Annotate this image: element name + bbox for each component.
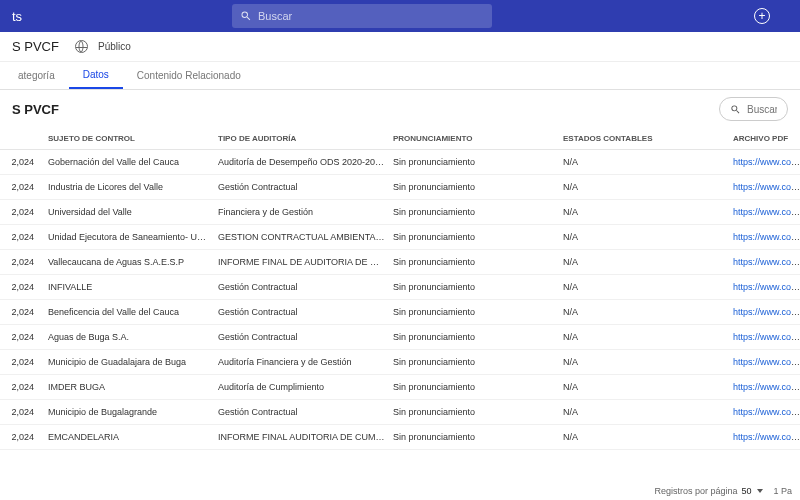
chevron-down-icon[interactable] [757, 489, 763, 493]
page-header: S PVCF Público [0, 32, 800, 62]
cell-sujeto: Gobernación del Valle del Cauca [44, 150, 214, 175]
cell-pron: Sin pronunciamiento [389, 400, 559, 425]
per-page-label: Registros por página [654, 486, 737, 496]
per-page-value[interactable]: 50 [741, 486, 751, 496]
cell-year: 2,024 [0, 150, 44, 175]
cell-est: N/A [559, 250, 729, 275]
tab-data[interactable]: Datos [69, 62, 123, 89]
cell-sujeto: Municipio de Guadalajara de Buga [44, 350, 214, 375]
pdf-link[interactable]: https://www.contra [733, 257, 800, 267]
cell-tipo: Gestión Contractual [214, 325, 389, 350]
cell-pron: Sin pronunciamiento [389, 275, 559, 300]
pdf-link[interactable]: https://www.contra [733, 207, 800, 217]
cell-tipo: Auditoría de Cumplimiento [214, 375, 389, 400]
pdf-link[interactable]: https://www.contra [733, 432, 800, 442]
globe-icon [75, 40, 88, 53]
table-row[interactable]: 2,024EMCANDELARIAINFORME FINAL AUDITORIA… [0, 425, 800, 450]
cell-tipo: INFORME FINAL DE AUDITORIA DE CUMPLIMIEN… [214, 250, 389, 275]
col-year[interactable] [0, 128, 44, 150]
search-icon [730, 104, 741, 115]
pdf-link[interactable]: https://www.contra [733, 407, 800, 417]
cell-est: N/A [559, 150, 729, 175]
table-row[interactable]: 2,024IMDER BUGAAuditoría de Cumplimiento… [0, 375, 800, 400]
cell-year: 2,024 [0, 325, 44, 350]
cell-sujeto: IMDER BUGA [44, 375, 214, 400]
cell-pdf: https://www.contra [729, 225, 800, 250]
add-button[interactable]: + [754, 8, 770, 24]
cell-pron: Sin pronunciamiento [389, 200, 559, 225]
app-topbar: ts + [0, 0, 800, 32]
table-row[interactable]: 2,024Unidad Ejecutora de Saneamiento- UE… [0, 225, 800, 250]
cell-year: 2,024 [0, 425, 44, 450]
cell-year: 2,024 [0, 375, 44, 400]
cell-pdf: https://www.contra [729, 325, 800, 350]
table-row[interactable]: 2,024INFIVALLEGestión ContractualSin pro… [0, 275, 800, 300]
cell-year: 2,024 [0, 275, 44, 300]
cell-pdf: https://www.contra [729, 175, 800, 200]
cell-pron: Sin pronunciamiento [389, 425, 559, 450]
cell-est: N/A [559, 200, 729, 225]
data-table: SUJETO DE CONTROL TIPO DE AUDITORÍA PRON… [0, 128, 800, 450]
cell-pdf: https://www.contra [729, 425, 800, 450]
table-row[interactable]: 2,024Gobernación del Valle del CaucaAudi… [0, 150, 800, 175]
cell-pdf: https://www.contra [729, 300, 800, 325]
tab-category[interactable]: ategoría [4, 62, 69, 89]
pdf-link[interactable]: https://www.contra [733, 382, 800, 392]
cell-pron: Sin pronunciamiento [389, 225, 559, 250]
table-row[interactable]: 2,024Industria de Licores del ValleGesti… [0, 175, 800, 200]
cell-pdf: https://www.contra [729, 350, 800, 375]
cell-est: N/A [559, 175, 729, 200]
global-search[interactable] [232, 4, 492, 28]
cell-year: 2,024 [0, 225, 44, 250]
cell-est: N/A [559, 225, 729, 250]
cell-sujeto: Industria de Licores del Valle [44, 175, 214, 200]
table-row[interactable]: 2,024Beneficencia del Valle del CaucaGes… [0, 300, 800, 325]
cell-sujeto: Municipio de Bugalagrande [44, 400, 214, 425]
search-icon [240, 10, 252, 22]
global-search-input[interactable] [258, 10, 484, 22]
cell-tipo: Gestión Contractual [214, 175, 389, 200]
col-tipo[interactable]: TIPO DE AUDITORÍA [214, 128, 389, 150]
cell-pron: Sin pronunciamiento [389, 325, 559, 350]
pdf-link[interactable]: https://www.contra [733, 182, 800, 192]
cell-pron: Sin pronunciamiento [389, 375, 559, 400]
cell-pdf: https://www.contra [729, 250, 800, 275]
pdf-link[interactable]: https://www.contra [733, 232, 800, 242]
cell-pron: Sin pronunciamiento [389, 175, 559, 200]
table-row[interactable]: 2,024Vallecaucana de Aguas S.A.E.S.PINFO… [0, 250, 800, 275]
cell-pdf: https://www.contra [729, 275, 800, 300]
cell-pdf: https://www.contra [729, 150, 800, 175]
cell-tipo: Gestión Contractual [214, 275, 389, 300]
cell-tipo: Gestión Contractual [214, 300, 389, 325]
pdf-link[interactable]: https://www.contra [733, 282, 800, 292]
table-search-input[interactable] [747, 104, 777, 115]
tab-related[interactable]: Contenido Relacionado [123, 62, 255, 89]
cell-tipo: GESTION CONTRACTUAL AMBIENTAL "AGUA PAR/ [214, 225, 389, 250]
table-search[interactable] [719, 97, 788, 121]
cell-tipo: Financiera y de Gestión [214, 200, 389, 225]
data-table-container: SUJETO DE CONTROL TIPO DE AUDITORÍA PRON… [0, 128, 800, 482]
subheader: S PVCF [0, 90, 800, 128]
col-estados[interactable]: ESTADOS CONTABLES [559, 128, 729, 150]
cell-year: 2,024 [0, 350, 44, 375]
cell-tipo: Gestión Contractual [214, 400, 389, 425]
pdf-link[interactable]: https://www.contra [733, 157, 800, 167]
table-row[interactable]: 2,024Aguas de Buga S.A.Gestión Contractu… [0, 325, 800, 350]
table-row[interactable]: 2,024Universidad del ValleFinanciera y d… [0, 200, 800, 225]
col-pdf[interactable]: ARCHIVO PDF [729, 128, 800, 150]
cell-pron: Sin pronunciamiento [389, 150, 559, 175]
table-row[interactable]: 2,024Municipio de BugalagrandeGestión Co… [0, 400, 800, 425]
col-pronunciamiento[interactable]: PRONUNCIAMIENTO [389, 128, 559, 150]
cell-est: N/A [559, 325, 729, 350]
table-row[interactable]: 2,024Municipio de Guadalajara de BugaAud… [0, 350, 800, 375]
pdf-link[interactable]: https://www.contra [733, 332, 800, 342]
pdf-link[interactable]: https://www.contra [733, 357, 800, 367]
col-sujeto[interactable]: SUJETO DE CONTROL [44, 128, 214, 150]
cell-sujeto: Vallecaucana de Aguas S.A.E.S.P [44, 250, 214, 275]
cell-sujeto: Aguas de Buga S.A. [44, 325, 214, 350]
cell-year: 2,024 [0, 300, 44, 325]
pdf-link[interactable]: https://www.contra [733, 307, 800, 317]
page-title-fragment: S PVCF [12, 39, 59, 54]
cell-est: N/A [559, 350, 729, 375]
cell-tipo: Auditoría Financiera y de Gestión [214, 350, 389, 375]
